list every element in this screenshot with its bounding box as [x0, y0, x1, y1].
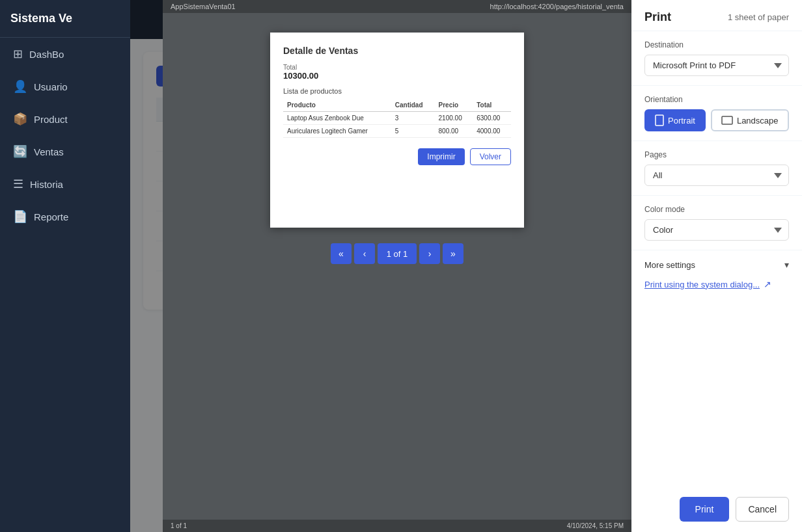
- preview-print-button[interactable]: Imprimir: [418, 148, 464, 165]
- ps-pages-label: Pages: [644, 150, 789, 159]
- ps-more-label: More settings: [644, 260, 695, 270]
- ps-orientation-buttons: Portrait Landscape: [644, 109, 789, 131]
- sidebar: Sistema Ve ⊞ DashBo 👤 Usuario 📦 Product …: [0, 0, 130, 532]
- preview-prev-btn[interactable]: ‹: [354, 243, 375, 264]
- preview-cell-total: 4000.00: [473, 125, 511, 138]
- dashboard-icon: ⊞: [13, 47, 23, 61]
- preview-total-value: 10300.00: [283, 71, 511, 81]
- ps-system-dialog-link[interactable]: Print using the system dialog...: [644, 280, 760, 289]
- preview-table-row: Auriculares Logitech Gamer 5 800.00 4000…: [283, 125, 511, 138]
- preview-url-top: AppSistemaVenta01: [171, 3, 236, 10]
- preview-cell-total: 6300.00: [473, 112, 511, 125]
- sidebar-item-usuarios[interactable]: 👤 Usuario: [0, 70, 130, 103]
- preview-topbar: AppSistemaVenta01 http://localhost:4200/…: [163, 0, 631, 13]
- sidebar-item-label: Usuario: [34, 81, 68, 92]
- ps-orientation-label: Orientation: [644, 95, 789, 104]
- sidebar-item-productos[interactable]: 📦 Product: [0, 103, 130, 135]
- ventas-icon: 🔄: [13, 144, 27, 159]
- portrait-button[interactable]: Portrait: [644, 109, 706, 131]
- ps-destination-label: Destination: [644, 40, 789, 49]
- preview-cell-precio: 800.00: [435, 125, 473, 138]
- historial-icon: ☰: [13, 177, 23, 191]
- sidebar-item-ventas[interactable]: 🔄 Ventas: [0, 135, 130, 168]
- reporte-icon: 📄: [13, 209, 27, 224]
- ps-color-label: Color mode: [644, 205, 789, 214]
- ps-pages-section: Pages All: [631, 141, 802, 196]
- ps-cancel-button[interactable]: Cancel: [736, 497, 789, 522]
- ps-header: Print 1 sheet of paper: [631, 0, 802, 31]
- preview-next-btn[interactable]: ›: [419, 243, 440, 264]
- main-content: Administrador ⇥ + Agregar Fecha N° Venta…: [130, 0, 802, 532]
- ps-color-select[interactable]: Color: [644, 219, 789, 241]
- preview-table-row: Laptop Asus Zenbook Due 3 2100.00 6300.0…: [283, 112, 511, 125]
- preview-first-btn[interactable]: «: [331, 243, 352, 264]
- preview-cell-precio: 2100.00: [435, 112, 473, 125]
- ps-orientation-section: Orientation Portrait Landscape: [631, 86, 802, 141]
- sidebar-item-label: Historia: [30, 179, 63, 190]
- landscape-icon: [721, 116, 733, 125]
- preview-total-label: Total: [283, 64, 511, 71]
- app-title: Sistema Ve: [10, 12, 72, 25]
- preview-bottom-bar: 1 of 1 4/10/2024, 5:15 PM: [163, 520, 631, 532]
- preview-sheet: Detalle de Ventas Total 10300.00 Lista d…: [270, 33, 524, 228]
- print-settings-panel: Print 1 sheet of paper Destination Micro…: [631, 0, 802, 532]
- ps-more-settings[interactable]: More settings ▾: [631, 250, 802, 279]
- preview-url-top2: http://localhost:4200/pages/historial_ve…: [490, 3, 624, 10]
- ps-footer: Print Cancel: [631, 486, 802, 532]
- sidebar-item-label: DashBo: [29, 49, 64, 60]
- preview-back-button[interactable]: Volver: [470, 148, 511, 165]
- landscape-label: Landscape: [737, 116, 779, 126]
- external-link-icon: ↗: [764, 279, 771, 289]
- sidebar-item-label: Product: [34, 114, 68, 125]
- preview-col-total: Total: [473, 99, 511, 112]
- preview-list-label: Lista de productos: [283, 87, 511, 95]
- landscape-button[interactable]: Landscape: [711, 109, 789, 131]
- ps-destination-select[interactable]: Microsoft Print to PDF: [644, 55, 789, 76]
- sidebar-item-reportes[interactable]: 📄 Reporte: [0, 200, 130, 233]
- print-preview-panel: AppSistemaVenta01 http://localhost:4200/…: [163, 0, 631, 532]
- sidebar-item-label: Ventas: [34, 146, 64, 157]
- preview-cell-producto: Laptop Asus Zenbook Due: [283, 112, 391, 125]
- ps-print-button[interactable]: Print: [680, 497, 730, 522]
- svg-rect-1: [722, 116, 732, 124]
- sidebar-item-dashboard[interactable]: ⊞ DashBo: [0, 38, 130, 70]
- app-logo: Sistema Ve: [0, 0, 130, 38]
- preview-bottom-date: 4/10/2024, 5:15 PM: [567, 522, 624, 529]
- preview-current-page: 1 of 1: [378, 243, 417, 264]
- preview-cell-producto: Auriculares Logitech Gamer: [283, 125, 391, 138]
- product-icon: 📦: [13, 112, 27, 126]
- preview-title: Detalle de Ventas: [283, 46, 511, 56]
- preview-cell-cantidad: 5: [391, 125, 435, 138]
- svg-rect-0: [656, 115, 663, 126]
- user-icon: 👤: [13, 79, 27, 94]
- ps-title: Print: [644, 10, 671, 24]
- preview-col-producto: Producto: [283, 99, 391, 112]
- sidebar-item-historiales[interactable]: ☰ Historia: [0, 168, 130, 200]
- preview-col-cantidad: Cantidad: [391, 99, 435, 112]
- ps-color-section: Color mode Color: [631, 196, 802, 250]
- portrait-label: Portrait: [668, 116, 695, 126]
- ps-system-link: Print using the system dialog... ↗: [631, 279, 802, 299]
- ps-pages-select[interactable]: All: [644, 165, 789, 186]
- preview-bottom-page: 1 of 1: [171, 522, 187, 529]
- preview-col-precio: Precio: [435, 99, 473, 112]
- preview-last-btn[interactable]: »: [443, 243, 463, 264]
- ps-sheets: 1 sheet of paper: [728, 12, 789, 22]
- preview-buttons: Imprimir Volver: [283, 148, 511, 165]
- ps-destination-section: Destination Microsoft Print to PDF: [631, 31, 802, 86]
- chevron-down-icon: ▾: [784, 259, 789, 270]
- preview-table: Producto Cantidad Precio Total Laptop As…: [283, 99, 511, 138]
- portrait-icon: [655, 114, 664, 126]
- preview-cell-cantidad: 3: [391, 112, 435, 125]
- sidebar-item-label: Reporte: [34, 211, 68, 222]
- preview-pagination: « ‹ 1 of 1 › »: [331, 243, 463, 264]
